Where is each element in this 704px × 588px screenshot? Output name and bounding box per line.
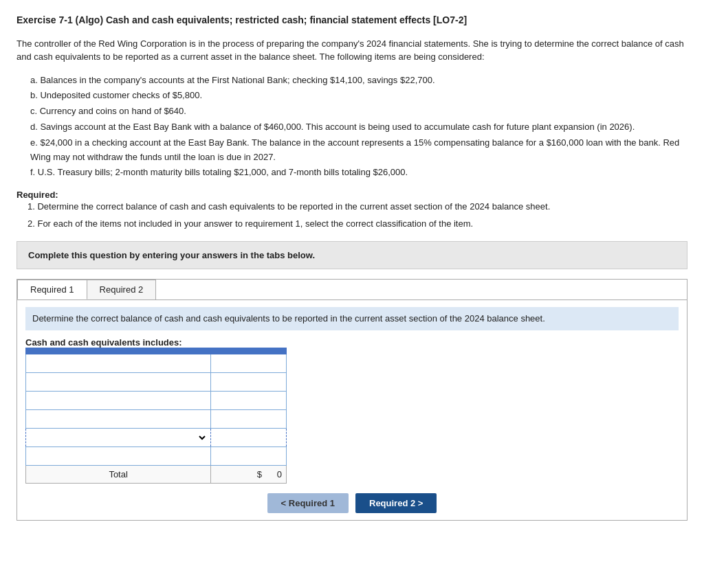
- table-row: [26, 446, 287, 465]
- row-amount-cell[interactable]: [211, 391, 287, 409]
- complete-box: Complete this question by entering your …: [16, 241, 688, 269]
- list-item: a. Balances in the company's accounts at…: [30, 74, 688, 88]
- row-label-cell[interactable]: [26, 391, 211, 409]
- row-amount-input-4[interactable]: [214, 411, 283, 427]
- requirements-list: 1. Determine the correct balance of cash…: [28, 200, 688, 231]
- requirement-1: 1. Determine the correct balance of cash…: [28, 200, 688, 214]
- row-amount-input-3[interactable]: [214, 393, 283, 408]
- required-label: Required:: [16, 190, 58, 200]
- row-label-input-2[interactable]: [29, 374, 208, 389]
- row-amount-cell[interactable]: [211, 354, 287, 372]
- table-row: [26, 354, 287, 372]
- table-row: [26, 391, 287, 409]
- row-amount-input-6[interactable]: [214, 449, 283, 464]
- next-button[interactable]: Required 2 >: [355, 493, 437, 513]
- tab-required-2[interactable]: Required 2: [87, 280, 157, 299]
- row-amount-input-2[interactable]: [214, 374, 283, 389]
- row-amount-input-1[interactable]: [214, 356, 283, 371]
- list-item: d. Savings account at the East Bay Bank …: [30, 120, 688, 135]
- requirement-2: 2. For each of the items not included in…: [28, 217, 688, 231]
- prev-button[interactable]: < Required 1: [267, 493, 349, 513]
- list-item: e. $24,000 in a checking account at the …: [30, 136, 688, 165]
- col-header-label: [26, 348, 211, 354]
- table-row: [26, 372, 287, 391]
- table-label: Cash and cash equivalents includes:: [25, 337, 679, 348]
- row-label-input-3[interactable]: [29, 393, 208, 408]
- tab-required-1[interactable]: Required 1: [17, 280, 87, 299]
- row-label-select-5[interactable]: Checking Savings Currency and coins Trea…: [29, 430, 208, 445]
- tabs-header: Required 1 Required 2: [17, 280, 687, 300]
- table-row: [26, 409, 287, 428]
- cash-equivalents-table: Checking Savings Currency and coins Trea…: [25, 348, 287, 484]
- total-amount: $ 0: [211, 465, 287, 483]
- row-amount-cell[interactable]: [211, 372, 287, 391]
- page-title: Exercise 7-1 (Algo) Cash and cash equiva…: [16, 14, 688, 27]
- row-label-cell[interactable]: [26, 409, 211, 428]
- total-dollar: $: [257, 469, 262, 479]
- intro-text: The controller of the Red Wing Corporati…: [16, 37, 688, 64]
- row-amount-cell[interactable]: [211, 446, 287, 465]
- row-label-input-1[interactable]: [29, 356, 208, 371]
- nav-buttons: < Required 1 Required 2 >: [25, 493, 679, 513]
- row-label-cell[interactable]: [26, 354, 211, 372]
- total-row: Total $ 0: [26, 465, 287, 483]
- total-label: Total: [26, 465, 211, 483]
- total-value: 0: [277, 469, 282, 479]
- row-label-input-6[interactable]: [29, 449, 208, 464]
- row-label-cell[interactable]: [26, 372, 211, 391]
- tab-description: Determine the correct balance of cash an…: [25, 307, 679, 330]
- list-item: f. U.S. Treasury bills; 2-month maturity…: [30, 166, 688, 180]
- row-dropdown-cell[interactable]: Checking Savings Currency and coins Trea…: [26, 428, 211, 446]
- row-label-cell[interactable]: [26, 446, 211, 465]
- list-item: b. Undeposited customer checks of $5,800…: [30, 89, 688, 103]
- required-section: Required: 1. Determine the correct balan…: [16, 190, 688, 231]
- items-list: a. Balances in the company's accounts at…: [30, 74, 688, 181]
- table-row-dropdown: Checking Savings Currency and coins Trea…: [26, 428, 287, 446]
- tab-content-required-1: Determine the correct balance of cash an…: [17, 300, 687, 520]
- col-header-amount: [211, 348, 287, 354]
- tabs-container: Required 1 Required 2 Determine the corr…: [16, 279, 688, 521]
- list-item: c. Currency and coins on hand of $640.: [30, 104, 688, 119]
- row-label-input-4[interactable]: [29, 411, 208, 427]
- row-amount-input-5[interactable]: [214, 430, 283, 445]
- row-amount-cell[interactable]: [211, 409, 287, 428]
- row-amount-cell[interactable]: [211, 428, 287, 446]
